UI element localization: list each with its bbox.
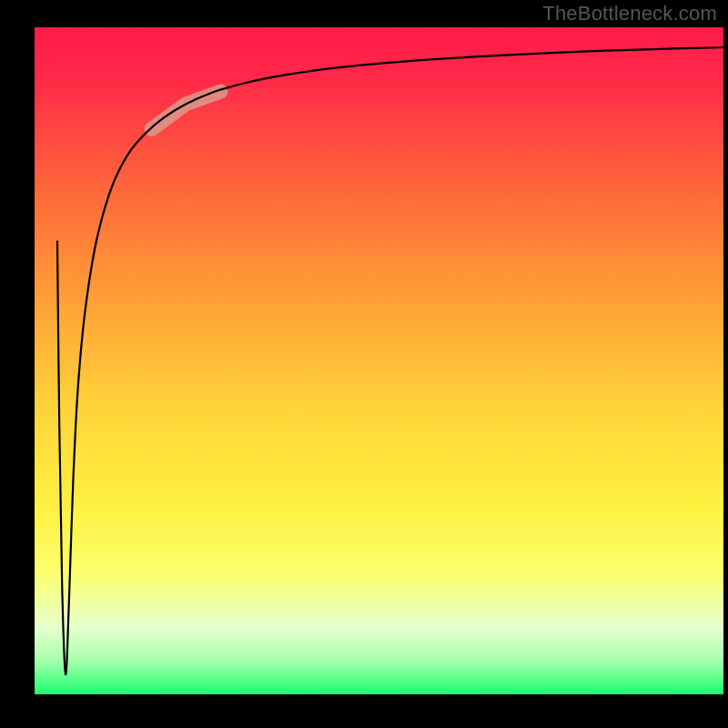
plot-svg (35, 27, 723, 694)
curve-line (57, 47, 723, 674)
chart-container: TheBottleneck.com (0, 0, 728, 728)
highlight-segment (152, 92, 221, 129)
watermark-text: TheBottleneck.com (542, 2, 717, 25)
